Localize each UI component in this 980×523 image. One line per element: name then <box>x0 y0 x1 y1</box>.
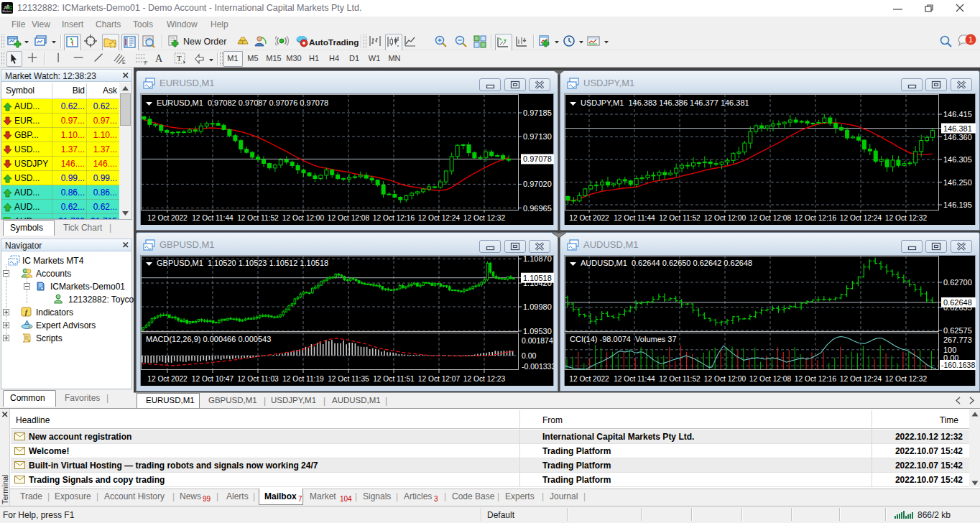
svg-text:12 Oct 11:44: 12 Oct 11:44 <box>614 375 655 383</box>
svg-text:12 Oct 11:19: 12 Oct 11:19 <box>282 375 324 383</box>
svg-text:146.381: 146.381 <box>943 124 972 133</box>
svg-text:12 Oct 12:16: 12 Oct 12:16 <box>795 375 837 383</box>
svg-text:12 Oct 12:24: 12 Oct 12:24 <box>418 214 461 222</box>
svg-text:12 Oct 11:03: 12 Oct 11:03 <box>237 375 279 383</box>
svg-text:CCI(14) -98.0074 Volumes 37: CCI(14) -98.0074 Volumes 37 <box>570 335 677 343</box>
svg-text:12 Oct 2022: 12 Oct 2022 <box>569 375 609 383</box>
svg-text:12 Oct 12:00: 12 Oct 12:00 <box>704 375 746 383</box>
svg-text:0.97130: 0.97130 <box>523 132 552 141</box>
svg-text:1.10870: 1.10870 <box>523 255 552 263</box>
svg-text:0.97185: 0.97185 <box>523 108 552 117</box>
svg-text:12 Oct 12:23: 12 Oct 12:23 <box>463 375 506 383</box>
svg-text:12 Oct 11:52: 12 Oct 11:52 <box>659 375 701 383</box>
svg-text:146.415: 146.415 <box>943 110 972 119</box>
svg-text:12 Oct 12:32: 12 Oct 12:32 <box>885 375 928 383</box>
svg-text:267.773: 267.773 <box>943 335 972 344</box>
svg-text:12 Oct 12:24: 12 Oct 12:24 <box>840 375 882 383</box>
svg-text:AUDUSD,M1 0.62644 0.62650 0.6: AUDUSD,M1 0.62644 0.62650 0.62642 0.6264… <box>581 259 752 267</box>
svg-text:0.62648: 0.62648 <box>943 298 972 307</box>
svg-text:12 Oct 12:07: 12 Oct 12:07 <box>418 375 461 383</box>
svg-text:1.09530: 1.09530 <box>523 327 552 335</box>
svg-text:F: F <box>144 60 147 65</box>
svg-text:EURUSD,M1 0.97082 0.97087 0.9: EURUSD,M1 0.97082 0.97087 0.97076 0.9707… <box>157 98 328 107</box>
svg-text:12 Oct 2022: 12 Oct 2022 <box>147 214 188 222</box>
svg-text:12 Oct 12:08: 12 Oct 12:08 <box>328 214 370 222</box>
svg-text:1.09980: 1.09980 <box>523 302 552 311</box>
svg-text:MACD(12,26,9) 0.000466 0.00054: MACD(12,26,9) 0.000466 0.000543 <box>146 335 271 343</box>
svg-text:12 Oct 12:08: 12 Oct 12:08 <box>749 375 792 383</box>
svg-text:USDJPY,M1 146.383 146.386 146: USDJPY,M1 146.383 146.386 146.377 146.38… <box>581 98 749 107</box>
svg-text:0.62700: 0.62700 <box>943 278 972 287</box>
svg-text:12 Oct 11:35: 12 Oct 11:35 <box>328 375 369 383</box>
svg-text:12 Oct 2022: 12 Oct 2022 <box>147 375 188 383</box>
svg-text:12 Oct 12:08: 12 Oct 12:08 <box>749 214 792 222</box>
svg-text:146.250: 146.250 <box>943 178 972 187</box>
svg-text:12 Oct 11:44: 12 Oct 11:44 <box>614 214 655 222</box>
svg-text:E: E <box>122 60 126 65</box>
svg-text:-0.001333: -0.001333 <box>522 362 554 371</box>
svg-text:0.97078: 0.97078 <box>523 154 552 163</box>
svg-text:0.97020: 0.97020 <box>523 180 552 188</box>
svg-text:GBPUSD,M1 1.10520 1.10523 1.1: GBPUSD,M1 1.10520 1.10523 1.10512 1.1051… <box>157 259 328 267</box>
svg-text:12 Oct 12:16: 12 Oct 12:16 <box>795 214 837 222</box>
svg-text:12 Oct 11:52: 12 Oct 11:52 <box>237 214 279 222</box>
svg-text:0.96965: 0.96965 <box>523 204 552 213</box>
svg-text:12 Oct 10:47: 12 Oct 10:47 <box>192 375 234 383</box>
svg-text:0.00: 0.00 <box>522 351 537 360</box>
svg-text:IC: IC <box>7 5 12 10</box>
svg-text:146.305: 146.305 <box>943 155 972 164</box>
svg-text:0.001874: 0.001874 <box>522 336 553 345</box>
svg-text:12 Oct 11:51: 12 Oct 11:51 <box>373 375 415 383</box>
svg-text:146.195: 146.195 <box>943 200 972 209</box>
svg-text:1.10518: 1.10518 <box>523 274 552 282</box>
svg-text:12 Oct 2022: 12 Oct 2022 <box>569 214 609 222</box>
svg-text:Markets: Markets <box>3 10 12 13</box>
svg-text:12 Oct 12:24: 12 Oct 12:24 <box>840 214 882 222</box>
svg-text:12 Oct 12:32: 12 Oct 12:32 <box>885 214 928 222</box>
svg-text:12 Oct 12:00: 12 Oct 12:00 <box>282 214 325 222</box>
svg-text:12 Oct 11:52: 12 Oct 11:52 <box>659 214 701 222</box>
svg-text:12 Oct 12:32: 12 Oct 12:32 <box>463 214 506 222</box>
svg-text:12 Oct 12:00: 12 Oct 12:00 <box>704 214 746 222</box>
svg-text:T: T <box>177 54 182 63</box>
svg-text:146.360: 146.360 <box>943 133 972 142</box>
svg-text:0.62575: 0.62575 <box>943 326 972 335</box>
svg-text:100: 100 <box>943 346 956 354</box>
svg-text:-160.1638: -160.1638 <box>941 361 975 369</box>
svg-text:1: 1 <box>969 35 973 44</box>
svg-text:12 Oct 11:44: 12 Oct 11:44 <box>192 214 234 222</box>
svg-text:12 Oct 12:16: 12 Oct 12:16 <box>373 214 415 222</box>
